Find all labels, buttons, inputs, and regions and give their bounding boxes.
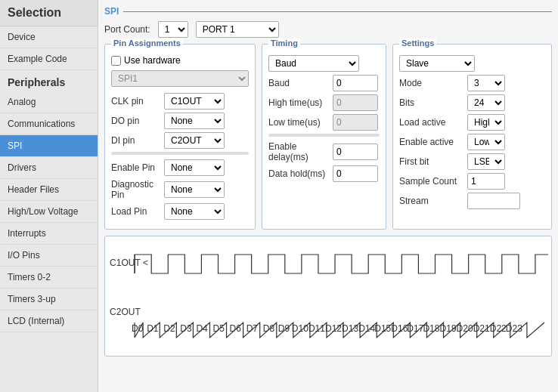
mode-label: Mode xyxy=(399,78,467,88)
enable-pin-row: Enable Pin NoneC1OUTC2OUT xyxy=(111,159,249,176)
diagnostic-pin-select[interactable]: NoneC1OUT xyxy=(164,181,225,198)
timing-panel: Timing BaudFrequency Baud High time(us) … xyxy=(262,44,386,230)
di-pin-label: DI pin xyxy=(111,135,164,146)
di-pin-select[interactable]: C2OUTNoneC1OUT xyxy=(164,132,225,149)
svg-text:D12: D12 xyxy=(325,323,342,334)
svg-text:D13: D13 xyxy=(342,323,358,334)
enable-delay-input[interactable] xyxy=(333,144,378,160)
c1out-label: C1OUT < xyxy=(110,258,148,268)
spi-instance-row: SPI1 xyxy=(111,70,249,87)
baud-input[interactable] xyxy=(333,75,378,91)
sidebar-item-example-code[interactable]: Example Code xyxy=(0,48,98,70)
load-pin-select[interactable]: NoneC1OUT xyxy=(164,203,225,220)
timing-title: Timing xyxy=(268,39,300,48)
svg-text:D4: D4 xyxy=(196,323,208,334)
enable-pin-select[interactable]: NoneC1OUTC2OUT xyxy=(164,159,225,176)
do-pin-select[interactable]: NoneC1OUTC2OUT xyxy=(164,113,225,129)
enable-pin-label: Enable Pin xyxy=(111,162,164,173)
data-hold-label: Data hold(ms) xyxy=(268,168,333,179)
main-content: SPI Port Count: 1 2 3 4 PORT 1 PORT 2 Pi… xyxy=(98,0,558,392)
svg-text:D23: D23 xyxy=(506,323,522,334)
svg-text:D19: D19 xyxy=(440,323,457,334)
pin-assignments-title: Pin Assignments xyxy=(111,39,183,48)
data-hold-row: Data hold(ms) xyxy=(268,165,380,182)
load-pin-label: Load Pin xyxy=(111,206,164,217)
enable-active-row: Enable active HighLow xyxy=(399,134,545,150)
load-active-select[interactable]: HighLow xyxy=(467,114,505,131)
sample-count-row: Sample Count xyxy=(399,173,545,190)
sidebar-item-high-low-voltage[interactable]: High/Low Voltage xyxy=(0,201,98,223)
sidebar-item-drivers[interactable]: Drivers xyxy=(0,157,98,179)
sidebar-item-header-files[interactable]: Header Files xyxy=(0,179,98,201)
use-hardware-checkbox[interactable] xyxy=(111,56,121,66)
svg-text:D8: D8 xyxy=(263,323,275,334)
diagnostic-pin-label: Diagnostic Pin xyxy=(111,179,164,200)
svg-text:D0: D0 xyxy=(132,323,144,334)
sidebar-item-timers-0-2[interactable]: Timers 0-2 xyxy=(0,267,98,289)
di-pin-row: DI pin C2OUTNoneC1OUT xyxy=(111,132,249,149)
bits-select[interactable]: 8162432 xyxy=(467,94,505,111)
baud-row: Baud xyxy=(268,75,380,91)
bits-row: Bits 8162432 xyxy=(399,94,545,111)
load-pin-row: Load Pin NoneC1OUT xyxy=(111,203,249,220)
waveform-svg: C1OUT < C2OUT D0 D1 D2 D3 xyxy=(108,239,548,353)
first-bit-label: First bit xyxy=(399,156,467,167)
sidebar-item-lcd-internal[interactable]: LCD (Internal) xyxy=(0,310,98,332)
high-time-row: High time(us) xyxy=(268,94,380,111)
svg-text:D16: D16 xyxy=(391,323,408,334)
use-hardware-row: Use hardware xyxy=(111,55,249,66)
settings-title: Settings xyxy=(399,39,436,48)
high-time-input[interactable] xyxy=(333,94,378,111)
settings-panel: Settings SlaveMaster Mode 0123 Bits 8 xyxy=(392,44,552,230)
spi-instance-select[interactable]: SPI1 xyxy=(111,70,249,87)
low-time-input[interactable] xyxy=(333,114,378,131)
data-hold-input[interactable] xyxy=(333,165,378,182)
port-count-select[interactable]: 1 2 3 4 xyxy=(158,21,188,38)
load-active-row: Load active HighLow xyxy=(399,114,545,131)
high-time-label: High time(us) xyxy=(268,97,333,108)
enable-active-select[interactable]: HighLow xyxy=(467,134,505,150)
sidebar-title: Selection xyxy=(0,0,98,26)
first-bit-select[interactable]: LSBMSB xyxy=(467,153,505,170)
svg-text:D18: D18 xyxy=(423,323,439,334)
sample-count-label: Sample Count xyxy=(399,176,467,187)
port-select[interactable]: PORT 1 PORT 2 xyxy=(196,21,279,38)
pin-assignments-content: Use hardware SPI1 CLK pin C1OUTNoneC2OUT… xyxy=(111,55,249,220)
sidebar-item-spi[interactable]: SPI xyxy=(0,135,98,157)
pin-assignments-panel: Pin Assignments Use hardware SPI1 CLK pi… xyxy=(104,44,256,230)
svg-text:D21: D21 xyxy=(473,323,490,334)
bits-label: Bits xyxy=(399,97,467,108)
mode-row: Mode 0123 xyxy=(399,75,545,91)
do-pin-row: DO pin NoneC1OUTC2OUT xyxy=(111,113,249,129)
master-slave-select[interactable]: SlaveMaster xyxy=(399,55,475,72)
sample-count-input[interactable] xyxy=(467,173,505,190)
enable-active-label: Enable active xyxy=(399,137,467,147)
diagnostic-pin-row: Diagnostic Pin NoneC1OUT xyxy=(111,179,249,200)
sidebar-item-io-pins[interactable]: I/O Pins xyxy=(0,245,98,267)
svg-text:D11: D11 xyxy=(308,323,325,334)
spi-section-header: SPI xyxy=(104,6,552,17)
sidebar-item-timers-3-up[interactable]: Timers 3-up xyxy=(0,289,98,310)
timing-content: BaudFrequency Baud High time(us) Low tim… xyxy=(268,55,380,182)
svg-text:D3: D3 xyxy=(180,323,192,334)
svg-text:D7: D7 xyxy=(246,323,259,334)
sidebar: Selection Device Example Code Peripheral… xyxy=(0,0,98,392)
sidebar-item-communications[interactable]: Communications xyxy=(0,113,98,135)
baud-type-row: BaudFrequency xyxy=(268,55,380,72)
stream-input[interactable] xyxy=(467,193,520,209)
waveform-panel: C1OUT < C2OUT D0 D1 D2 D3 xyxy=(104,236,552,357)
stream-row: Stream xyxy=(399,193,545,209)
enable-delay-row: Enable delay(ms) xyxy=(268,141,380,162)
pin-slider xyxy=(111,152,249,155)
load-active-label: Load active xyxy=(399,117,467,128)
baud-type-select[interactable]: BaudFrequency xyxy=(268,55,359,72)
svg-text:D17: D17 xyxy=(407,323,423,334)
sidebar-item-interrupts[interactable]: Interrupts xyxy=(0,223,98,245)
mode-select[interactable]: 0123 xyxy=(467,75,505,91)
sidebar-item-analog[interactable]: Analog xyxy=(0,91,98,113)
sidebar-item-device[interactable]: Device xyxy=(0,26,98,48)
columns-row: Pin Assignments Use hardware SPI1 CLK pi… xyxy=(104,44,552,230)
svg-text:D9: D9 xyxy=(278,323,290,334)
mode-dropdown-row: SlaveMaster xyxy=(399,55,545,72)
clk-pin-select[interactable]: C1OUTNoneC2OUT xyxy=(164,93,225,110)
